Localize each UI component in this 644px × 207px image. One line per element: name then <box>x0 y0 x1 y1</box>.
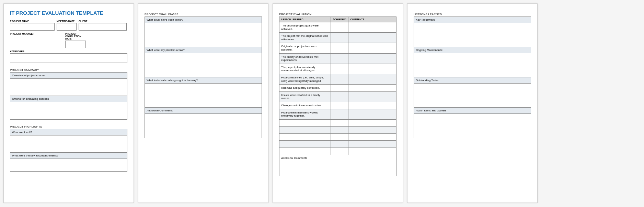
eval-achieved-cell[interactable] <box>331 43 348 53</box>
section-title-lessons-learned: LESSONS LEARNED <box>414 13 531 16</box>
eval-lesson-cell: Original cost projections were accurate. <box>279 43 331 53</box>
eval-lesson-cell: The original project goals were achieved… <box>279 22 331 33</box>
lessons-row-label-1: Ongoing Maintenance <box>414 47 531 53</box>
eval-comments-cell[interactable] <box>348 148 396 155</box>
input-project-name[interactable] <box>10 23 55 31</box>
eval-achieved-cell[interactable] <box>331 127 348 134</box>
eval-lesson-cell <box>279 133 331 141</box>
summary-row-label-1: Criteria for evaluating success <box>10 96 127 102</box>
section-title-project-evaluation: PROJECT EVALUATION <box>279 13 396 16</box>
evaluation-table: LESSON LEARNED ACHIEVED? COMMENTS The or… <box>279 17 396 155</box>
eval-achieved-cell[interactable] <box>331 22 348 33</box>
table-row: Issues were resolved in a timely manner. <box>279 91 396 102</box>
eval-achieved-cell[interactable] <box>331 74 348 84</box>
eval-lesson-cell: The project met the original scheduled m… <box>279 33 331 43</box>
challenges-row-label-2: What technical challenges got in the way… <box>145 77 262 84</box>
lessons-row-label-3: Action Items and Owners <box>414 108 531 114</box>
challenges-row-body-1[interactable] <box>145 53 262 77</box>
eval-comments-cell[interactable] <box>348 91 396 102</box>
input-attendees[interactable] <box>10 53 127 63</box>
table-row <box>279 141 396 148</box>
document-title: IT PROJECT EVALUATION TEMPLATE <box>10 10 127 16</box>
lessons-row-body-1[interactable] <box>414 53 531 77</box>
summary-row-body-0[interactable] <box>10 79 127 96</box>
eval-header-lesson: LESSON LEARNED <box>279 17 331 22</box>
eval-comments-cell[interactable] <box>348 74 396 84</box>
eval-lesson-cell <box>279 141 331 148</box>
table-row: Original cost projections were accurate. <box>279 43 396 53</box>
eval-achieved-cell[interactable] <box>331 133 348 141</box>
challenges-row-body-0[interactable] <box>145 23 262 47</box>
eval-achieved-cell[interactable] <box>331 85 348 92</box>
eval-comments-cell[interactable] <box>348 127 396 134</box>
project-summary-box: Overview of project charter Criteria for… <box>10 72 127 120</box>
eval-comments-cell[interactable] <box>348 33 396 43</box>
challenges-row-label-0: What could have been better? <box>145 17 262 23</box>
table-row: The project plan was clearly communicate… <box>279 64 396 74</box>
highlights-row-label-0: What went well? <box>10 129 127 135</box>
eval-comments-cell[interactable] <box>348 53 396 64</box>
eval-additional-comments-label: Additional Comments <box>279 155 396 161</box>
eval-comments-cell[interactable] <box>348 85 396 92</box>
eval-lesson-cell <box>279 119 331 127</box>
summary-row-label-0: Overview of project charter <box>10 73 127 79</box>
eval-additional-comments-body[interactable] <box>279 161 396 176</box>
eval-comments-cell[interactable] <box>348 102 396 109</box>
input-project-completion-date[interactable] <box>65 41 86 48</box>
challenges-row-label-3: Additional Comments <box>145 108 262 114</box>
lessons-row-body-3[interactable] <box>414 114 531 138</box>
label-attendees: ATTENDEES <box>10 50 127 53</box>
field-project-name: PROJECT NAME <box>10 20 55 31</box>
challenges-row-body-2[interactable] <box>145 84 262 108</box>
field-meeting-date: MEETING DATE <box>57 20 77 31</box>
eval-header-achieved: ACHIEVED? <box>331 17 348 22</box>
table-row <box>279 133 396 141</box>
lessons-row-body-0[interactable] <box>414 23 531 47</box>
lessons-learned-box: Key Takeaways Ongoing Maintenance Outsta… <box>414 17 531 138</box>
field-project-manager: PROJECT MANAGER <box>10 33 63 48</box>
eval-achieved-cell[interactable] <box>331 109 348 119</box>
table-row: Project team members worked effectively … <box>279 109 396 119</box>
page-3: PROJECT EVALUATION LESSON LEARNED ACHIEV… <box>273 3 403 203</box>
eval-achieved-cell[interactable] <box>331 33 348 43</box>
eval-comments-cell[interactable] <box>348 109 396 119</box>
eval-achieved-cell[interactable] <box>331 119 348 127</box>
eval-achieved-cell[interactable] <box>331 102 348 109</box>
eval-achieved-cell[interactable] <box>331 91 348 102</box>
field-attendees: ATTENDEES <box>10 50 127 63</box>
challenges-row-label-1: What were key problem areas? <box>145 47 262 53</box>
page-1: IT PROJECT EVALUATION TEMPLATE PROJECT N… <box>3 3 134 203</box>
eval-lesson-cell: Project team members worked effectively … <box>279 109 331 119</box>
input-project-manager[interactable] <box>10 36 63 43</box>
section-title-project-highlights: PROJECT HIGHLIGHTS <box>10 125 127 128</box>
eval-lesson-cell: Risk was adequately controlled. <box>279 85 331 92</box>
eval-lesson-cell: The project plan was clearly communicate… <box>279 64 331 74</box>
summary-row-body-1[interactable] <box>10 102 127 119</box>
highlights-row-body-0[interactable] <box>10 135 127 153</box>
highlights-row-body-1[interactable] <box>10 159 127 171</box>
table-row: Risk was adequately controlled. <box>279 85 396 92</box>
table-row: Change control was constructive. <box>279 102 396 109</box>
eval-achieved-cell[interactable] <box>331 64 348 74</box>
eval-lesson-cell: Issues were resolved in a timely manner. <box>279 91 331 102</box>
eval-lesson-cell <box>279 127 331 134</box>
label-project-manager: PROJECT MANAGER <box>10 33 63 35</box>
input-client[interactable] <box>79 23 127 31</box>
eval-comments-cell[interactable] <box>348 22 396 33</box>
eval-comments-cell[interactable] <box>348 141 396 148</box>
field-project-completion-date: PROJECT COMPLETION DATE <box>65 33 86 48</box>
eval-achieved-cell[interactable] <box>331 148 348 155</box>
label-project-name: PROJECT NAME <box>10 20 55 22</box>
table-row: Project baselines (i.e., time, scope, co… <box>279 74 396 84</box>
table-row <box>279 127 396 134</box>
eval-achieved-cell[interactable] <box>331 141 348 148</box>
eval-comments-cell[interactable] <box>348 43 396 53</box>
input-meeting-date[interactable] <box>57 23 77 31</box>
eval-header-comments: COMMENTS <box>348 17 396 22</box>
eval-comments-cell[interactable] <box>348 133 396 141</box>
challenges-row-body-3[interactable] <box>145 114 262 138</box>
eval-comments-cell[interactable] <box>348 119 396 127</box>
eval-achieved-cell[interactable] <box>331 53 348 64</box>
lessons-row-body-2[interactable] <box>414 84 531 108</box>
eval-comments-cell[interactable] <box>348 64 396 74</box>
